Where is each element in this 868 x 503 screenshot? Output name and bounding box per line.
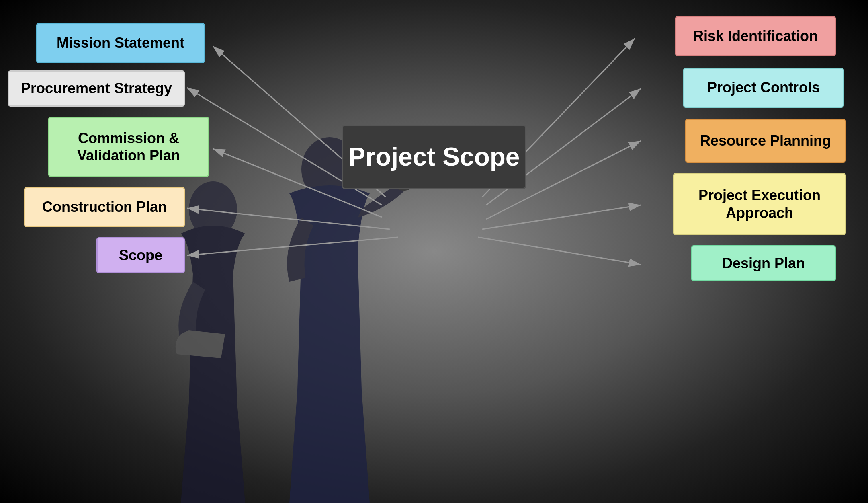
project-scope-center: Project Scope — [342, 125, 526, 189]
diagram-container: Project Scope Mission Statement Procurem… — [0, 0, 868, 503]
svg-line-8 — [187, 237, 398, 255]
resource-planning-node: Resource Planning — [685, 119, 846, 163]
risk-identification-node: Risk Identification — [675, 16, 836, 56]
svg-line-12 — [482, 205, 641, 229]
design-plan-node: Design Plan — [691, 245, 836, 281]
commission-validation-node: Commission & Validation Plan — [48, 117, 209, 177]
scope-node: Scope — [96, 237, 185, 273]
svg-line-13 — [478, 237, 641, 265]
project-controls-node: Project Controls — [683, 68, 844, 108]
mission-statement-node: Mission Statement — [36, 23, 205, 63]
procurement-strategy-node: Procurement Strategy — [8, 70, 185, 107]
project-execution-node: Project Execution Approach — [673, 173, 846, 235]
svg-line-7 — [187, 208, 390, 229]
construction-plan-node: Construction Plan — [24, 187, 185, 227]
project-scope-label: Project Scope — [348, 142, 520, 172]
